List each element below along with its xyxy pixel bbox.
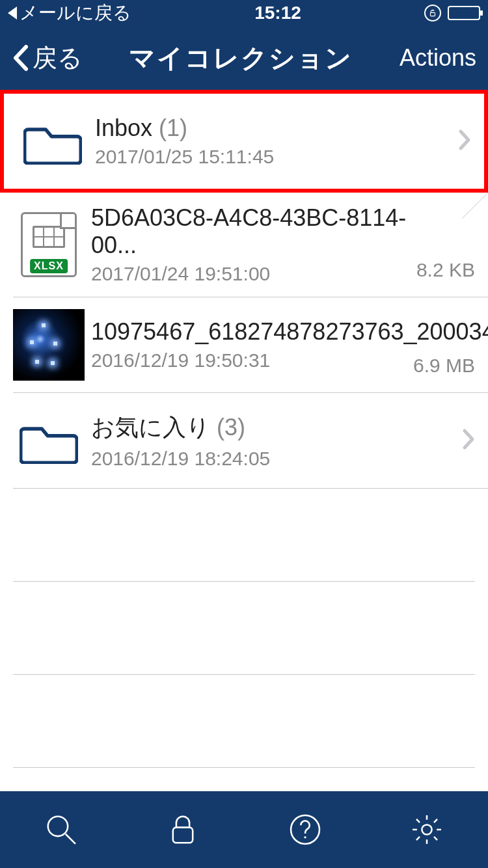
back-app-label: メールに戻る: [20, 1, 131, 25]
back-triangle-icon: [8, 7, 17, 20]
chevron-left-icon: [12, 44, 29, 72]
help-icon: [288, 812, 323, 847]
status-time: 15:12: [131, 3, 424, 23]
search-tab[interactable]: [38, 807, 84, 852]
back-label: 戻る: [33, 42, 83, 75]
chevron-right-icon: [453, 125, 471, 157]
svg-point-1: [48, 817, 68, 836]
list-item-folder-favorites[interactable]: お気に入り (3) 2016/12/19 18:24:05: [0, 393, 488, 488]
list-item-file-xlsx[interactable]: XLSX 5D6A03C8-A4C8-43BC-8114-00... 2017/…: [0, 193, 488, 297]
back-to-app[interactable]: メールに戻る: [8, 1, 131, 25]
nav-bar: 戻る マイコレクション Actions: [0, 26, 488, 90]
list-item-folder-inbox[interactable]: Inbox (1) 2017/01/25 15:11:45: [0, 90, 488, 193]
lock-tab[interactable]: [160, 807, 206, 852]
xlsx-badge: XLSX: [30, 259, 68, 273]
item-size: 6.9 MB: [413, 355, 475, 381]
search-icon: [44, 812, 79, 847]
chevron-right-icon: [457, 424, 475, 457]
settings-tab[interactable]: [404, 807, 450, 852]
svg-point-4: [291, 815, 319, 844]
item-count: (3): [217, 414, 245, 441]
folder-icon: [17, 105, 88, 177]
page-title: マイコレクション: [83, 40, 400, 76]
item-date: 2017/01/24 19:51:00: [91, 263, 409, 285]
help-tab[interactable]: [282, 807, 328, 852]
svg-line-2: [66, 834, 75, 844]
item-name: Inbox: [95, 115, 152, 141]
svg-rect-0: [431, 12, 435, 16]
item-name: 10975467_618274878273763_2000346953_...: [91, 318, 405, 346]
image-thumbnail: [13, 309, 85, 381]
battery-icon: [448, 6, 480, 20]
item-date: 2017/01/25 15:11:45: [95, 146, 453, 168]
file-list: Inbox (1) 2017/01/25 15:11:45 XLSX 5D6A0…: [0, 90, 488, 768]
lock-icon: [165, 812, 200, 847]
svg-point-6: [422, 824, 432, 834]
orientation-lock-icon: [424, 5, 441, 21]
item-date: 2016/12/19 18:24:05: [91, 448, 457, 470]
back-button[interactable]: 戻る: [12, 42, 83, 75]
folder-icon: [13, 405, 85, 476]
list-item-file-image[interactable]: 10975467_618274878273763_2000346953_... …: [0, 297, 488, 392]
item-count: (1): [159, 115, 187, 141]
empty-area: [0, 489, 488, 768]
gear-icon: [409, 812, 444, 847]
svg-point-5: [304, 836, 306, 838]
actions-button[interactable]: Actions: [400, 44, 476, 72]
item-name: 5D6A03C8-A4C8-43BC-8114-00...: [91, 204, 409, 259]
dogear-icon: [462, 193, 488, 219]
item-name: お気に入り: [91, 414, 210, 441]
tab-bar: [0, 791, 488, 868]
xlsx-file-icon: XLSX: [13, 209, 85, 280]
item-size: 8.2 KB: [416, 259, 475, 285]
item-date: 2016/12/19 19:50:31: [91, 349, 405, 372]
svg-rect-3: [173, 828, 193, 843]
status-bar: メールに戻る 15:12: [0, 0, 488, 26]
